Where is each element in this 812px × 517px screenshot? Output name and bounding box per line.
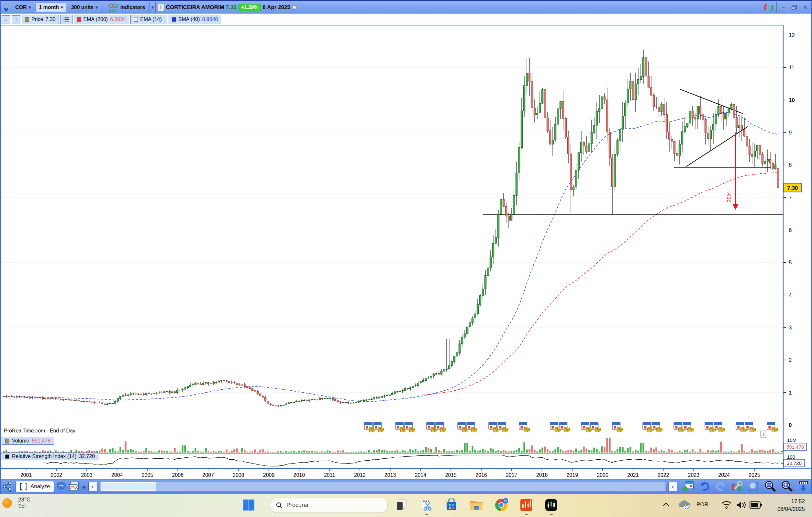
- taskbar-app-trading-orange[interactable]: [519, 497, 534, 513]
- refresh-icon[interactable]: [762, 2, 775, 13]
- ema200-swatch-icon: [77, 17, 81, 22]
- collapse-panel-icon[interactable]: [798, 481, 809, 492]
- search-icon: [276, 502, 283, 509]
- title-bar: COR ▾ 1 month ▾ 300 units ▾ Indicators ▾…: [0, 0, 812, 13]
- zoom-out-icon[interactable]: [764, 481, 776, 492]
- hidden-icons-chevron[interactable]: [662, 501, 670, 508]
- share-icon[interactable]: [2, 481, 13, 492]
- last-price: 7.30: [226, 4, 237, 11]
- price-volume-rsi-chart[interactable]: 25%i01234567891011127.3010M591,47810032.…: [0, 25, 812, 479]
- undo-icon[interactable]: [699, 481, 710, 492]
- svg-text:11: 11: [789, 64, 794, 71]
- scale-up-button[interactable]: ↑: [12, 15, 20, 24]
- search-input[interactable]: Procurar: [270, 497, 388, 513]
- symbol-dropdown[interactable]: COR ▾: [12, 3, 34, 12]
- search-placeholder: Procurar: [286, 502, 309, 509]
- link-icon[interactable]: [2, 2, 10, 12]
- taskbar-app-snipping-tool[interactable]: [419, 497, 434, 513]
- svg-text:2004: 2004: [111, 472, 123, 478]
- chart-area[interactable]: 25%i01234567891011127.3010M591,47810032.…: [0, 25, 812, 479]
- chevron-down-icon: ▾: [29, 5, 31, 10]
- bottom-toolbar: Analyze « ‹ ›: [0, 479, 812, 494]
- svg-text:R: R: [504, 499, 507, 503]
- windows-taskbar: 23°C Sol Procurar: [0, 494, 812, 517]
- taskbar-app-chrome[interactable]: R: [494, 497, 509, 513]
- svg-text:2010: 2010: [293, 472, 305, 478]
- scroll-left-button[interactable]: ‹: [88, 482, 97, 491]
- ema14-swatch-icon: [134, 17, 138, 22]
- taskbar-app-microsoft-store[interactable]: [444, 497, 459, 513]
- redo-icon[interactable]: [715, 481, 727, 492]
- volume-label: Volume: [12, 438, 29, 444]
- chat-icon[interactable]: [57, 482, 66, 491]
- restore-button[interactable]: [789, 3, 799, 12]
- battery-icon[interactable]: [750, 501, 762, 509]
- svg-text:4: 4: [789, 292, 792, 298]
- chart-scrollbar[interactable]: [100, 482, 666, 491]
- volume-legend[interactable]: Volume 591,478: [2, 437, 54, 445]
- go-to-date-icon[interactable]: [681, 481, 694, 492]
- chevron-down-icon[interactable]: ▾: [151, 5, 154, 10]
- ema200-legend[interactable]: EMA (200) 6.3634: [74, 15, 129, 24]
- clock[interactable]: 17:52 08/04/2025: [777, 497, 805, 513]
- zoom-area-icon[interactable]: [747, 481, 760, 492]
- scrollbar-thumb[interactable]: [101, 482, 156, 491]
- units-dropdown[interactable]: 300 units ▾: [68, 3, 101, 12]
- sun-icon: [2, 497, 15, 510]
- svg-text:2013: 2013: [384, 472, 396, 478]
- svg-text:591,478: 591,478: [786, 444, 804, 450]
- price-swatch-icon: [25, 17, 29, 22]
- ema200-label: EMA (200): [84, 17, 108, 22]
- rsi-value: 32.720: [79, 454, 95, 459]
- instrument-name: CORTICEIRA AMORIM: [166, 4, 224, 11]
- price-value: 7.30: [45, 17, 55, 22]
- wifi-icon[interactable]: [721, 500, 732, 510]
- rsi-legend[interactable]: Relative Strength Index (14) 32.720: [2, 453, 98, 460]
- svg-text:2018: 2018: [536, 472, 548, 478]
- taskbar-app-trading-black[interactable]: [544, 497, 559, 513]
- instrument-info-icon[interactable]: i: [157, 4, 165, 11]
- sma40-swatch-icon: [172, 17, 176, 22]
- scale-down-button[interactable]: ↓: [2, 15, 10, 24]
- volume-icon[interactable]: [736, 500, 747, 510]
- indicators-button[interactable]: Indicators: [105, 3, 148, 12]
- taskbar-app-task-view[interactable]: [394, 497, 409, 513]
- analyze-button[interactable]: Analyze: [16, 481, 54, 492]
- collapse-left-icon[interactable]: «: [82, 483, 85, 490]
- timeframe-dropdown[interactable]: 1 month ▾: [36, 3, 66, 12]
- zoom-in-icon[interactable]: [781, 481, 793, 492]
- svg-text:2012: 2012: [354, 472, 366, 478]
- svg-text:2021: 2021: [627, 472, 639, 478]
- rsi-swatch-icon: [5, 455, 9, 459]
- record-icon[interactable]: [292, 5, 297, 10]
- svg-text:2006: 2006: [172, 472, 183, 478]
- svg-text:0: 0: [789, 422, 792, 428]
- close-button[interactable]: ×: [800, 3, 810, 12]
- sma40-legend[interactable]: SMA (40) 8.9640: [169, 15, 221, 24]
- minimize-button[interactable]: –: [778, 3, 788, 12]
- language-indicator[interactable]: POR: [696, 501, 708, 508]
- weather-widget[interactable]: 23°C Sol: [2, 496, 30, 510]
- list-settings-button[interactable]: [60, 15, 72, 24]
- scroll-right-button[interactable]: ›: [668, 482, 677, 491]
- svg-text:2023: 2023: [688, 472, 700, 478]
- taskbar-app-file-explorer[interactable]: [469, 497, 484, 513]
- analyze-label: Analyze: [30, 483, 50, 490]
- svg-text:32.720: 32.720: [787, 460, 802, 466]
- svg-text:2007: 2007: [202, 472, 214, 478]
- microsoft-store-icon: [445, 498, 458, 512]
- svg-text:2024: 2024: [718, 472, 730, 478]
- chart-settings-wrench-icon[interactable]: [731, 481, 743, 492]
- start-button[interactable]: [241, 497, 256, 513]
- tray-time: 17:52: [777, 497, 805, 505]
- ema200-value: 6.3634: [110, 17, 126, 22]
- ema14-legend[interactable]: EMA (14): [130, 15, 167, 24]
- svg-text:2008: 2008: [233, 472, 244, 478]
- onedrive-sync-icon[interactable]: [677, 499, 691, 511]
- windows-logo-icon: [243, 499, 255, 511]
- price-legend[interactable]: Price 7.30: [22, 15, 59, 24]
- svg-text:2020: 2020: [597, 472, 608, 478]
- svg-text:2019: 2019: [567, 472, 578, 478]
- chart-windows-icon[interactable]: [69, 482, 79, 491]
- svg-text:2017: 2017: [506, 472, 518, 478]
